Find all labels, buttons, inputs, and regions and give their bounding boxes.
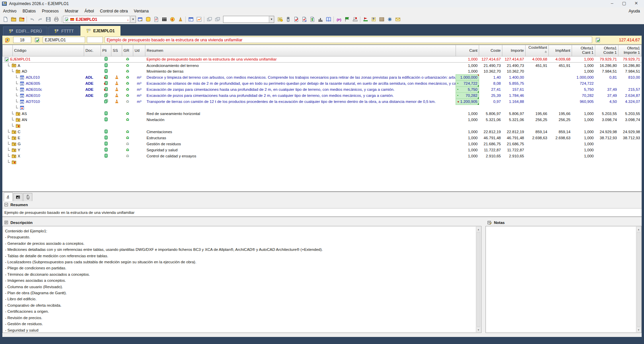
column-header-cant[interactable]: Cant	[456, 45, 479, 56]
book-button[interactable]	[324, 15, 332, 24]
job-tab-ejemplo1[interactable]: +EJEMPLO1	[80, 26, 120, 36]
column-header-oferta1-cant-1[interactable]: Oferta1Cant 1	[572, 45, 595, 56]
menu--rbol[interactable]: Árbol	[81, 8, 97, 14]
new-row-placeholder[interactable]	[3, 159, 642, 165]
menu-ventana[interactable]: Ventana	[131, 8, 152, 14]
scroll-thumb[interactable]	[476, 232, 480, 327]
blank-field[interactable]	[87, 37, 103, 43]
menu-archivo[interactable]: Archivo	[0, 8, 20, 14]
table-row-ade010[interactable]: ADE010ADE♻m³Excavación de pozos para cim…	[3, 92, 642, 99]
table-row-e[interactable]: E♻Estructuras1,00046.791,4846.791,482.69…	[3, 135, 642, 141]
report-add-button[interactable]: ★	[369, 15, 378, 24]
variables-button[interactable]: {P}	[335, 15, 343, 24]
notas-scrollbar[interactable]: ▲ ▼	[636, 227, 641, 332]
menu-ayuda[interactable]: Ayuda	[624, 8, 644, 14]
recalculate-euro-button[interactable]: €	[168, 15, 176, 24]
detail-tab-text-format[interactable]: A	[4, 192, 13, 201]
cost-document-button[interactable]: $	[308, 15, 316, 24]
rows-count-field[interactable]: 18	[13, 37, 31, 43]
job-tab-edifi-per-[interactable]: +EDIFI... PERÚ	[3, 27, 47, 36]
scroll-down-arrow[interactable]: ▼	[476, 327, 481, 332]
window-view-button[interactable]	[187, 15, 195, 24]
notas-text-area[interactable]: ▲ ▼	[486, 226, 642, 333]
decomposition-button[interactable]	[144, 15, 152, 24]
detail-tab-attachment[interactable]	[23, 193, 32, 201]
price-chart-button[interactable]	[195, 15, 203, 24]
maximize-button[interactable]: ▢	[618, 0, 630, 7]
table-row-ade010c[interactable]: ADE010cADE€♻m³Excavación de zanjas para …	[3, 86, 642, 92]
job-selector-dropdown-button[interactable]: ▼	[131, 16, 136, 23]
settings-gear-button[interactable]	[386, 15, 394, 24]
copy-structure-button[interactable]	[205, 15, 213, 24]
flag-progress-button[interactable]	[351, 15, 359, 24]
descripcion-text-area[interactable]: Contenido del Ejemplo1:- Presupuesto.- G…	[2, 226, 481, 333]
detail-tab-image[interactable]	[13, 193, 23, 201]
table-row-adt010[interactable]: ADT010♻m³Transporte de tierras con camió…	[3, 99, 642, 105]
job-tab-ftttt[interactable]: +FTTTT	[48, 27, 79, 36]
table-row-y[interactable]: Y♻Seguridad y salud1,00011.722,8711.722,…	[3, 147, 642, 153]
column-header-costemant[interactable]: CosteMant	[526, 45, 549, 56]
description-icon[interactable]	[4, 220, 8, 225]
redo-button[interactable]	[36, 15, 44, 24]
column-header-coste[interactable]: Coste	[479, 45, 502, 56]
minimize-button[interactable]: –	[606, 0, 618, 7]
table-row-as[interactable]: AS♻Red de saneamiento horizontal1,0005.8…	[3, 111, 642, 117]
menu-procesos[interactable]: Procesos	[39, 8, 62, 14]
column-header-c-digo[interactable]: Código	[13, 45, 84, 56]
save-button[interactable]	[44, 15, 52, 24]
table-row-g[interactable]: G♻Gestión de residuos1,00021.686,7521.68…	[3, 141, 642, 147]
job-code-field[interactable]: EJEMPLO1	[43, 37, 85, 43]
column-header-doc-[interactable]: Doc.	[84, 45, 101, 56]
scroll-up-arrow[interactable]: ▲	[476, 227, 481, 232]
column-header-resumen[interactable]: Resumen	[145, 45, 456, 56]
menu-mostrar[interactable]: Mostrar	[62, 8, 81, 14]
column-header-oferta1-importe-1[interactable]: Oferta1Importe 1	[618, 45, 642, 56]
export-document-button[interactable]	[300, 15, 308, 24]
histogram-button[interactable]	[316, 15, 324, 24]
column-header-oferta1-coste-1[interactable]: Oferta1Coste 1	[595, 45, 618, 56]
column-header-importe[interactable]: Importe	[502, 45, 526, 56]
descripcion-scrollbar[interactable]: ▲ ▼	[476, 227, 481, 332]
flag-complete-button[interactable]	[361, 15, 369, 24]
new-document-button[interactable]	[1, 15, 9, 24]
pliego-document-button[interactable]	[152, 15, 160, 24]
scroll-thumb[interactable]	[637, 232, 641, 327]
notes-icon[interactable]	[487, 220, 492, 225]
report-flag-button[interactable]	[343, 15, 351, 24]
table-row-ejemplo1[interactable]: EJEMPLO1♻Ejemplo de presupuesto basado e…	[3, 56, 642, 62]
filter-combo[interactable]: ▼	[223, 16, 274, 23]
new-row-placeholder[interactable]	[3, 105, 642, 111]
table-edit-button[interactable]	[378, 15, 386, 24]
table-row-ad[interactable]: AD♻Movimiento de tierras1,00010.362,7010…	[3, 68, 642, 74]
column-header-ud[interactable]: Ud	[133, 45, 145, 56]
resumen-text-field[interactable]: Ejemplo de presupuesto basado en la estr…	[2, 208, 642, 217]
column-header-impmant[interactable]: ImpMant	[549, 45, 572, 56]
table-row-an[interactable]: AN♻Nivelación1,0005.321,065.321,06256,25…	[3, 117, 642, 123]
verify-document-button[interactable]	[292, 15, 300, 24]
menu-control-de-obra[interactable]: Control de obra	[97, 8, 131, 14]
paste-structure-button[interactable]	[213, 15, 221, 24]
notes-button[interactable]	[276, 15, 284, 24]
table-row-x[interactable]: X♻Control de calidad y ensayos1,0002.910…	[3, 153, 642, 159]
calculator-button[interactable]	[284, 15, 292, 24]
add-concept-button[interactable]: +	[136, 15, 144, 24]
open-database-add-button[interactable]: ↷	[17, 15, 26, 24]
column-header-ss[interactable]: SS	[111, 45, 122, 56]
currency-shield-icon[interactable]: €	[3, 36, 11, 44]
table-row-a[interactable]: A♻Acondicionamiento del terreno1,00021.4…	[3, 62, 642, 68]
resources-cone-button[interactable]	[176, 15, 184, 24]
scroll-down-arrow[interactable]: ▼	[636, 327, 641, 332]
table-row-ade005[interactable]: ADE005ADE€♻m³Excavación de sótanos de má…	[3, 80, 642, 86]
undo-button[interactable]	[28, 15, 36, 24]
column-header-gr[interactable]: GR	[122, 45, 133, 56]
scroll-up-arrow[interactable]: ▲	[636, 227, 641, 232]
job-selector-combo[interactable]: EJEMPLO1↓	[63, 16, 130, 23]
mail-send-button[interactable]	[394, 15, 402, 24]
collapse-icon[interactable]	[4, 202, 8, 207]
job-summary-field[interactable]: Ejemplo de presupuesto basado en la estr…	[105, 37, 592, 43]
open-database-button[interactable]	[9, 15, 17, 24]
column-header-pli[interactable]: Pli	[101, 45, 111, 56]
budget-table-button[interactable]	[160, 15, 168, 24]
close-button[interactable]: ✕	[630, 0, 642, 7]
new-row-placeholder[interactable]	[3, 123, 642, 129]
